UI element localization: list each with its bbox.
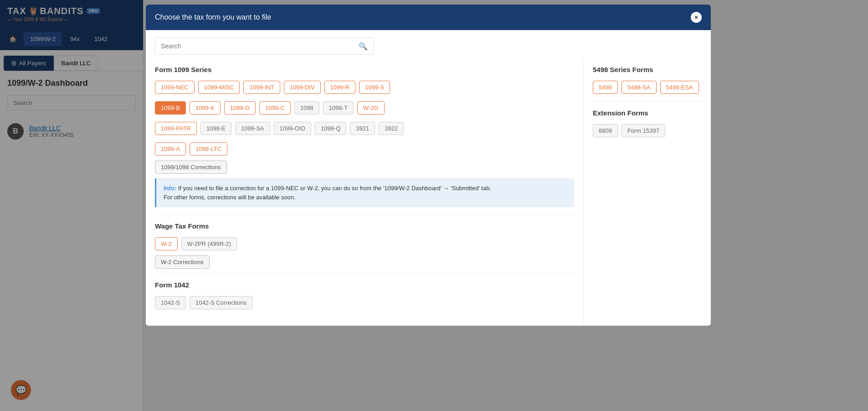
tag-1099-g[interactable]: 1099-G xyxy=(224,101,256,114)
tag-1099-a[interactable]: 1099-A xyxy=(155,142,186,156)
corrections-container: 1099/1098 Corrections xyxy=(155,163,574,171)
tag-1099-sa: 1099-SA xyxy=(235,122,270,135)
tag-1099-nec[interactable]: 1099-NEC xyxy=(155,81,195,94)
modal-close-button[interactable]: × xyxy=(691,12,702,23)
tag-w2[interactable]: W-2 xyxy=(155,237,178,250)
tag-form-15397: Form 15397 xyxy=(621,124,665,137)
tag-1099-ltc[interactable]: 1099-LTC xyxy=(190,142,227,156)
tag-w2-corrections[interactable]: W-2 Corrections xyxy=(155,255,210,269)
tag-3922: 3922 xyxy=(379,122,404,135)
series-5498-title: 5498 Series Forms xyxy=(593,66,702,73)
tag-1099-k[interactable]: 1099-K xyxy=(190,101,221,114)
tag-1099-oid: 1099-OID xyxy=(274,122,311,135)
tag-1099-corrections[interactable]: 1099/1098 Corrections xyxy=(155,161,227,174)
form-1099-tags-row4: 1099-A 1099-LTC xyxy=(155,142,574,156)
tag-1099-b[interactable]: 1099-B xyxy=(155,101,186,114)
info-box: Info: If you need to file a correction f… xyxy=(155,178,574,207)
modal-overlay: Choose the tax form you want to file × 🔍… xyxy=(0,0,868,411)
form-1099-tags-row2: 1099-B 1099-K 1099-G 1099-C 1098 1098-T … xyxy=(155,101,574,114)
form-1099-tags-row3: 1099-PATR 1098-E 1099-SA 1099-OID 1099-Q… xyxy=(155,122,574,135)
divider-1 xyxy=(155,214,574,215)
form-1042-tags: 1042-S 1042-S Corrections xyxy=(155,296,574,309)
form-1099-tags: 1099-NEC 1099-MISC 1099-INT 1099-DIV 109… xyxy=(155,81,574,94)
tag-1098-t: 1098-T xyxy=(323,101,354,114)
tag-w2g[interactable]: W-2G xyxy=(357,101,385,114)
modal-title: Choose the tax form you want to file xyxy=(155,13,271,21)
tag-1099-misc[interactable]: 1099-MISC xyxy=(198,81,240,94)
modal-search-container: 🔍 xyxy=(146,30,711,58)
modal-search-box: 🔍 xyxy=(155,37,374,55)
modal-header: Choose the tax form you want to file × xyxy=(146,5,711,30)
tag-w2pr: W-2PR (499R-2) xyxy=(181,237,237,250)
tag-1099-int[interactable]: 1099-INT xyxy=(243,81,280,94)
tag-1099-r[interactable]: 1099-R xyxy=(324,81,356,94)
tag-1098-e: 1098-E xyxy=(200,122,231,135)
tag-5498-sa[interactable]: 5498-SA xyxy=(621,81,657,94)
modal: Choose the tax form you want to file × 🔍… xyxy=(146,5,711,326)
form-1042-section-title: Form 1042 xyxy=(155,281,574,289)
tag-1099-c[interactable]: 1099-C xyxy=(259,101,291,114)
series-5498-tags: 5498 5498-SA 5498-ESA xyxy=(593,81,702,94)
wage-tax-tags: W-2 W-2PR (499R-2) xyxy=(155,237,574,250)
w2-corrections-container: W-2 Corrections xyxy=(155,258,574,266)
tag-8809: 8809 xyxy=(593,124,618,137)
close-icon: × xyxy=(694,14,698,21)
tag-1099-patr[interactable]: 1099-PATR xyxy=(155,122,197,135)
search-icon: 🔍 xyxy=(359,42,368,51)
tag-1098: 1098 xyxy=(294,101,319,114)
divider-right xyxy=(593,101,702,102)
wage-tax-section-title: Wage Tax Forms xyxy=(155,222,574,230)
info-text: If you need to file a correction for a 1… xyxy=(164,185,491,201)
tag-5498[interactable]: 5498 xyxy=(593,81,618,94)
form-1099-section-title: Form 1099 Series xyxy=(155,66,574,73)
divider-2 xyxy=(155,273,574,274)
tag-1099-div[interactable]: 1099-DIV xyxy=(284,81,321,94)
modal-columns-wrapper: Form 1099 Series 1099-NEC 1099-MISC 1099… xyxy=(146,58,711,326)
tag-1099-s[interactable]: 1099-S xyxy=(359,81,390,94)
tag-1099-q: 1099-Q xyxy=(315,122,346,135)
modal-search-input[interactable] xyxy=(161,38,359,54)
info-label: Info: xyxy=(164,185,176,192)
extension-tags: 8809 Form 15397 xyxy=(593,124,702,137)
tag-5498-esa[interactable]: 5498-ESA xyxy=(660,81,699,94)
modal-right-column: 5498 Series Forms 5498 5498-SA 5498-ESA … xyxy=(583,58,711,326)
extension-forms-title: Extension Forms xyxy=(593,109,702,117)
tag-1042-s-corrections: 1042-S Corrections xyxy=(190,296,252,309)
tag-1042-s: 1042-S xyxy=(155,296,186,309)
tag-3921: 3921 xyxy=(350,122,375,135)
modal-left-column: Form 1099 Series 1099-NEC 1099-MISC 1099… xyxy=(146,58,583,326)
